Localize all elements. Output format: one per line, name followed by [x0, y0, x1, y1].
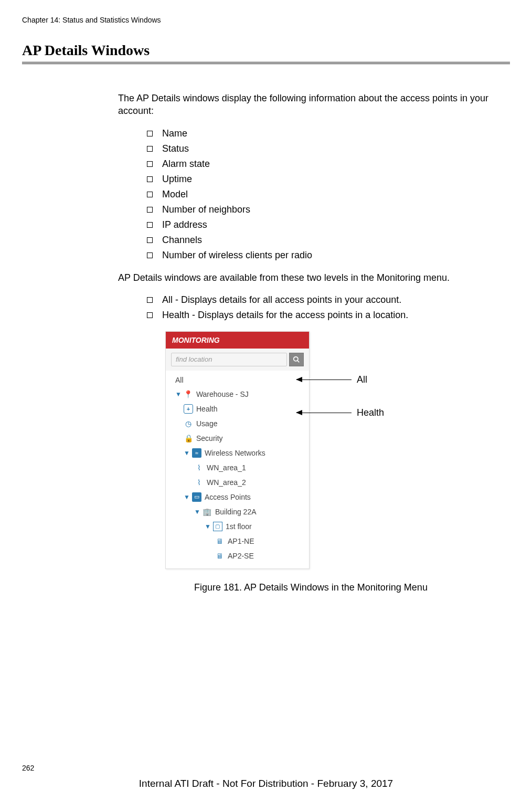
page-number: 262 [22, 764, 34, 772]
wifi-icon: ⌇ [194, 478, 204, 487]
tree-item-ap2[interactable]: 🖥AP2-SE [166, 549, 309, 563]
tree-label: Health [196, 405, 217, 413]
bullet-icon [147, 237, 153, 243]
wireless-icon: ≈ [192, 448, 201, 458]
bullet-icon [147, 131, 153, 136]
tree-label: Building 22A [215, 508, 257, 516]
bullet-icon [147, 146, 153, 152]
usage-icon: ◷ [184, 419, 193, 428]
svg-line-1 [297, 361, 300, 363]
tree-label: All [175, 376, 184, 384]
tree: All ▼📍Warehouse - SJ +Health ◷Usage 🔒Sec… [166, 371, 309, 568]
tree-item-wn2[interactable]: ⌇WN_area_2 [166, 475, 309, 490]
floor-icon: ▢ [213, 522, 222, 531]
tree-item-ap1[interactable]: 🖥AP1-NE [166, 534, 309, 549]
arrow-line [296, 380, 352, 380]
tree-item-usage[interactable]: ◷Usage [166, 416, 309, 431]
tree-item-wireless-networks[interactable]: ▼≈Wireless Networks [166, 446, 309, 460]
list-item: All - Displays details for all access po… [147, 294, 510, 305]
arrow-head-icon [296, 377, 302, 382]
bullet-icon [147, 176, 153, 182]
bullet-icon [147, 252, 153, 258]
bullet-text: Number of neighbors [162, 204, 250, 215]
list-item: Model [147, 189, 510, 200]
tree-label: Wireless Networks [205, 449, 265, 457]
tree-label: Access Points [205, 493, 251, 501]
bullet-text: Status [162, 143, 189, 154]
list-item: Health - Displays details for the access… [147, 310, 510, 321]
info-bullets: Name Status Alarm state Uptime Model Num… [147, 128, 510, 261]
svg-point-0 [294, 357, 298, 361]
arrow-head-icon [296, 410, 302, 415]
search-button[interactable] [289, 353, 304, 366]
annotation-label: Health [357, 407, 384, 418]
bullet-text: All - Displays details for all access po… [162, 294, 401, 305]
bullet-icon [147, 297, 153, 303]
ap-icon: ▭ [192, 492, 201, 502]
section-title: AP Details Windows [22, 42, 150, 59]
device-icon: 🖥 [215, 536, 225, 546]
list-item: IP address [147, 219, 510, 230]
caret-icon: ▼ [205, 523, 211, 530]
bullet-text: Health - Displays details for the access… [162, 310, 408, 321]
figure-monitoring-menu: MONITORING find location All ▼📍Warehouse… [165, 331, 510, 593]
bullet-text: IP address [162, 219, 207, 230]
bullet-icon [147, 192, 153, 197]
tree-label: AP2-SE [228, 552, 254, 560]
tree-label: 1st floor [226, 522, 252, 531]
tree-item-all[interactable]: All [166, 373, 309, 387]
annotation-health: Health [296, 407, 384, 418]
tree-label: Security [196, 434, 223, 442]
bullet-icon [147, 207, 153, 213]
tree-label: WN_area_1 [207, 463, 246, 472]
list-item: Alarm state [147, 159, 510, 170]
monitoring-panel: MONITORING find location All ▼📍Warehouse… [165, 331, 310, 569]
bullet-text: Channels [162, 235, 202, 246]
search-input[interactable]: find location [171, 353, 287, 366]
tree-item-health[interactable]: +Health [166, 402, 309, 416]
levels-bullets: All - Displays details for all access po… [147, 294, 510, 321]
footer-text: Internal ATI Draft - Not For Distributio… [0, 778, 532, 789]
tree-item-location[interactable]: ▼📍Warehouse - SJ [166, 387, 309, 402]
tree-label: Usage [196, 419, 217, 428]
tree-item-wn1[interactable]: ⌇WN_area_1 [166, 460, 309, 475]
para-levels: AP Details windows are available from th… [118, 271, 510, 284]
tree-item-building[interactable]: ▼🏢Building 22A [166, 504, 309, 519]
tree-item-security[interactable]: 🔒Security [166, 431, 309, 446]
title-underline [22, 62, 510, 64]
search-row: find location [166, 349, 309, 371]
bullet-text: Number of wireless clients per radio [162, 250, 312, 261]
tree-label: WN_area_2 [207, 478, 246, 487]
tree-label: Warehouse - SJ [196, 390, 249, 398]
bullet-text: Name [162, 128, 187, 139]
arrow-line [296, 413, 352, 413]
bullet-icon [147, 312, 153, 318]
annotation-label: All [357, 374, 367, 385]
device-icon: 🖥 [215, 551, 225, 561]
bullet-text: Model [162, 189, 188, 200]
figure-caption: Figure 181. AP Details Windows in the Mo… [194, 582, 510, 593]
tree-item-floor[interactable]: ▼▢1st floor [166, 519, 309, 534]
bullet-icon [147, 161, 153, 167]
bullet-icon [147, 222, 153, 228]
annotation-all: All [296, 374, 367, 385]
pin-icon: 📍 [184, 389, 193, 399]
lock-icon: 🔒 [184, 434, 193, 443]
health-icon: + [184, 404, 193, 414]
list-item: Name [147, 128, 510, 139]
bullet-text: Alarm state [162, 159, 210, 170]
caret-icon: ▼ [194, 508, 200, 515]
caret-icon: ▼ [184, 449, 190, 457]
wifi-icon: ⌇ [194, 463, 204, 472]
list-item: Status [147, 143, 510, 154]
panel-header: MONITORING [166, 332, 309, 349]
tree-item-access-points[interactable]: ▼▭Access Points [166, 490, 309, 504]
building-icon: 🏢 [203, 507, 212, 517]
list-item: Uptime [147, 174, 510, 185]
intro-paragraph: The AP Details windows display the follo… [118, 92, 510, 118]
list-item: Channels [147, 235, 510, 246]
caret-icon: ▼ [175, 391, 182, 398]
list-item: Number of neighbors [147, 204, 510, 215]
list-item: Number of wireless clients per radio [147, 250, 510, 261]
chapter-header: Chapter 14: Status and Statistics Window… [22, 16, 161, 24]
